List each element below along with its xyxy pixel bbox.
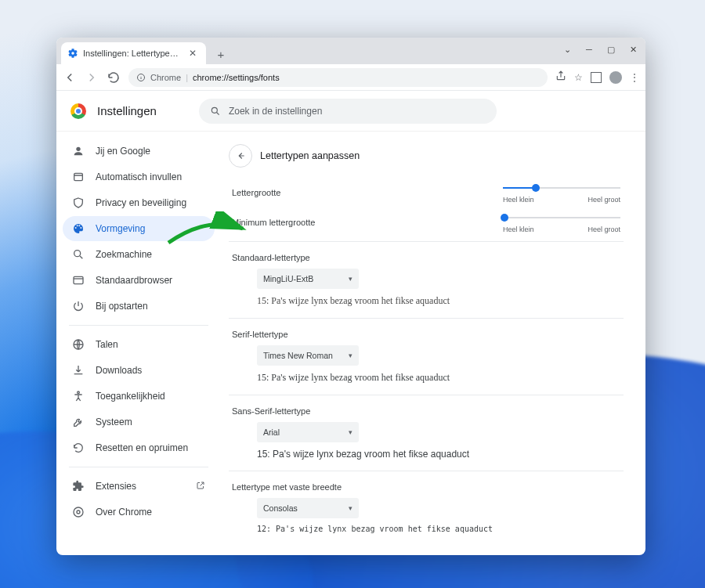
fixed-font-sample: 12: Pa's wijze lynx bezag vroom het fiks… [257,525,624,533]
minimize-button[interactable]: ─ [580,41,598,58]
sidebar-item-reset[interactable]: Resetten en opruimen [63,435,215,460]
address-bar[interactable]: Chrome | chrome://settings/fonts [128,68,548,87]
settings-header: Instellingen Zoek in de instellingen [56,91,645,132]
sidebar-item-label: Extensies [96,481,136,492]
globe-icon [72,338,85,351]
min-font-size-label: Minimum lettergrootte [232,218,479,227]
browser-icon [72,274,85,287]
sidebar-item-about[interactable]: Over Chrome [63,500,215,525]
chevron-down-icon[interactable]: ⌄ [558,41,577,58]
fixed-font-dropdown[interactable]: Consolas ▾ [257,498,359,518]
titlebar: Instellingen: Lettertypen aanpas… ✕ + ⌄ … [56,38,645,64]
shield-icon [72,197,85,209]
sidebar-item-label: Bij opstarten [96,301,148,312]
settings-search[interactable]: Zoek in de instellingen [199,99,497,124]
search-icon [72,248,85,261]
back-to-appearance-button[interactable] [229,144,252,168]
svg-point-2 [76,147,80,151]
sidebar-item-label: Zoekmachine [96,249,152,260]
sidebar-item-languages[interactable]: Talen [63,332,215,357]
sans-font-value: Arial [263,427,280,437]
forward-button[interactable] [85,70,99,85]
close-window-button[interactable]: ✕ [624,41,642,58]
font-size-label: Lettergrootte [232,188,479,197]
close-tab-icon[interactable]: ✕ [186,46,200,60]
svg-point-8 [74,507,83,517]
browser-tab[interactable]: Instellingen: Lettertypen aanpas… ✕ [61,42,206,64]
accessibility-icon [72,390,85,402]
sidebar-item-label: Toegankelijkheid [96,391,165,402]
settings-sidebar: Jij en Google Automatisch invullen Priva… [56,132,221,555]
subpage-title: Lettertypen aanpassen [260,150,360,161]
standard-font-sample: 15: Pa's wijze lynx bezag vroom het fiks… [257,295,624,307]
sidebar-item-label: Vormgeving [96,223,145,234]
sidebar-item-extensions[interactable]: Extensies [63,474,215,499]
chrome-icon [72,506,85,518]
standard-font-label: Standaard-lettertype [232,253,624,262]
sans-font-dropdown[interactable]: Arial ▾ [257,422,359,442]
sidebar-item-label: Privacy en beveiliging [96,197,186,208]
sans-font-label: Sans-Serif-lettertype [232,406,624,416]
slider-max-label: Heel groot [588,196,620,204]
chrome-logo-icon [70,103,86,119]
share-icon[interactable] [555,70,566,84]
external-link-icon [196,481,205,492]
sidebar-item-accessibility[interactable]: Toegankelijkheid [63,384,215,409]
menu-icon[interactable]: ⋮ [630,72,639,83]
back-button[interactable] [63,70,77,85]
standard-font-value: MingLiU-ExtB [263,274,313,283]
url-prefix: Chrome [150,73,181,82]
min-font-size-slider[interactable] [503,211,620,224]
sidebar-item-system[interactable]: Systeem [63,409,215,435]
svg-point-1 [212,107,217,113]
maximize-button[interactable]: ▢ [602,41,620,58]
svg-rect-3 [74,173,83,180]
sidebar-item-label: Downloads [96,365,142,376]
serif-font-dropdown[interactable]: Times New Roman ▾ [257,345,359,366]
reset-icon [72,442,85,454]
new-tab-button[interactable]: + [211,44,231,64]
svg-rect-5 [74,276,83,283]
gear-icon [67,48,78,59]
page-title: Instellingen [97,104,157,117]
slider-min-label: Heel klein [503,196,534,204]
fixed-font-label: Lettertype met vaste breedte [232,482,624,492]
reload-button[interactable] [107,70,121,85]
fixed-font-value: Consolas [263,503,298,513]
tab-title: Instellingen: Lettertypen aanpas… [83,49,181,58]
serif-font-label: Serif-lettertype [232,330,624,339]
sidebar-item-label: Over Chrome [96,507,152,518]
serif-font-value: Times New Roman [263,351,333,360]
standard-font-dropdown[interactable]: MingLiU-ExtB ▾ [257,269,359,289]
chevron-down-icon: ▾ [349,352,352,359]
sidebar-item-label: Standaardbrowser [96,275,172,286]
sidebar-item-autofill[interactable]: Automatisch invullen [63,164,215,189]
profile-icon[interactable] [609,71,622,84]
sidebar-item-default-browser[interactable]: Standaardbrowser [63,268,215,293]
settings-content: Lettertypen aanpassen Lettergrootte Heel… [221,132,645,555]
search-icon [210,106,221,117]
puzzle-icon [72,480,85,492]
download-icon [72,364,85,377]
svg-point-4 [74,251,81,257]
sidebar-item-on-startup[interactable]: Bij opstarten [63,294,215,319]
sidebar-item-you-and-google[interactable]: Jij en Google [63,139,215,164]
slider-min-label: Heel klein [503,225,534,233]
power-icon [72,300,85,312]
font-size-slider[interactable] [503,182,620,194]
bookmark-icon[interactable]: ☆ [574,72,583,83]
chevron-down-icon: ▾ [349,428,352,436]
svg-point-9 [77,510,80,514]
sidebar-item-label: Jij en Google [96,146,150,157]
site-info-icon[interactable] [136,73,146,82]
sidebar-item-label: Systeem [96,417,132,427]
url-path: chrome://settings/fonts [193,73,280,82]
sans-font-sample: 15: Pa's wijze lynx bezag vroom het fiks… [257,449,624,460]
wrench-icon [72,416,85,428]
chevron-down-icon: ▾ [349,275,352,283]
slider-max-label: Heel groot [588,225,620,233]
window-controls: ⌄ ─ ▢ ✕ [558,41,642,58]
extension-icon[interactable] [591,72,602,83]
sidebar-item-downloads[interactable]: Downloads [63,358,215,383]
chevron-down-icon: ▾ [349,504,352,512]
